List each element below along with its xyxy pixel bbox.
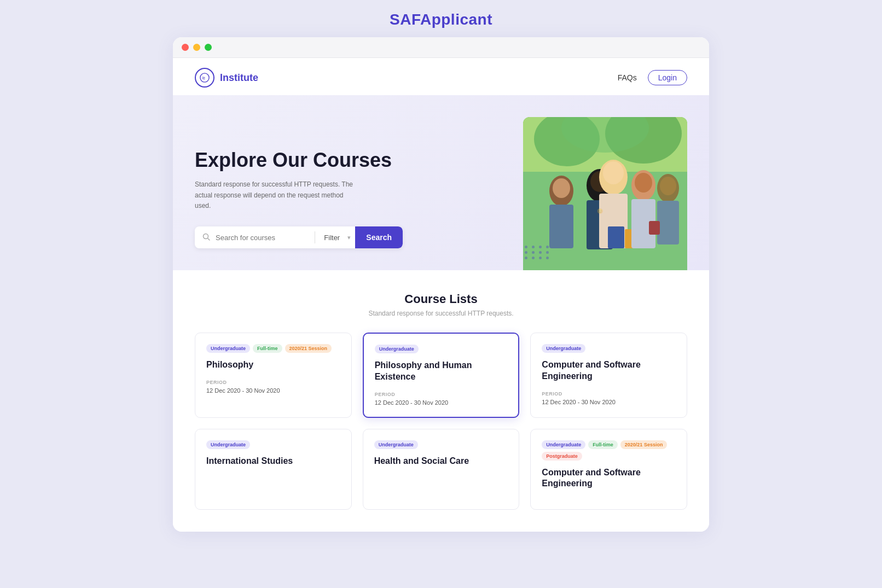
course-card[interactable]: UndergraduateFull-time2020/21 SessionPos… (530, 429, 687, 510)
login-button[interactable]: Login (648, 70, 687, 85)
course-tag: Postgraduate (542, 452, 582, 461)
brand-icon: ≈ (195, 68, 214, 88)
hero-content: Explore Our Courses Standard response fo… (195, 148, 501, 270)
course-tag: Undergraduate (374, 440, 418, 449)
browser-chrome (173, 37, 709, 58)
hero-section: Explore Our Courses Standard response fo… (173, 95, 709, 270)
window-close-dot (182, 44, 189, 51)
svg-text:😊: 😊 (597, 208, 604, 214)
svg-text:≈: ≈ (202, 75, 206, 81)
period-label: PERIOD (542, 391, 676, 397)
svg-point-21 (635, 173, 652, 193)
course-tag: Undergraduate (206, 440, 250, 449)
course-card[interactable]: Undergraduate Philosophy and Human Exist… (363, 333, 520, 418)
hero-title: Explore Our Courses (195, 148, 501, 172)
svg-point-2 (204, 234, 208, 238)
search-filter-divider (315, 231, 315, 243)
period-label: PERIOD (375, 392, 508, 397)
course-tag: Undergraduate (375, 345, 419, 353)
svg-point-10 (553, 178, 570, 198)
period-label: PERIOD (206, 380, 340, 385)
card-tags: Undergraduate (542, 344, 676, 353)
svg-rect-23 (657, 201, 679, 244)
course-tag: Undergraduate (542, 440, 585, 449)
search-input[interactable] (216, 227, 314, 248)
search-icon (195, 233, 216, 242)
card-tags: UndergraduateFull-time2020/21 Session (206, 344, 340, 353)
course-card[interactable]: Undergraduate Computer and Software Engi… (530, 333, 687, 418)
svg-rect-25 (649, 221, 660, 235)
course-card[interactable]: UndergraduateFull-time2020/21 Session Ph… (195, 333, 352, 418)
course-tag: Undergraduate (206, 344, 250, 353)
card-tags: Undergraduate (206, 440, 340, 449)
course-tag: Full-time (588, 440, 618, 449)
course-tag: Full-time (253, 344, 282, 353)
card-tags: Undergraduate (375, 345, 508, 353)
card-tags: Undergraduate (374, 440, 508, 449)
dots-pattern (523, 246, 550, 259)
search-bar: Filter ▾ Search (195, 226, 403, 248)
section-title: Course Lists (195, 292, 687, 306)
course-tag: 2020/21 Session (285, 344, 332, 353)
search-button[interactable]: Search (355, 226, 403, 248)
card-title: International Studies (206, 456, 340, 467)
navbar: ≈ Institute FAQs Login (173, 58, 709, 95)
window-minimize-dot (193, 44, 200, 51)
period-value: 12 Dec 2020 - 30 Nov 2020 (375, 399, 508, 406)
section-subtitle: Standard response for successful HTTP re… (195, 310, 687, 317)
course-tag: Undergraduate (542, 344, 585, 353)
course-grid: UndergraduateFull-time2020/21 Session Ph… (195, 333, 687, 510)
window-maximize-dot (205, 44, 212, 51)
course-card[interactable]: Undergraduate Health and Social Care (363, 429, 520, 510)
svg-point-24 (660, 177, 676, 195)
card-title: Philosophy and Human Existence (375, 360, 508, 383)
svg-rect-17 (608, 226, 624, 248)
browser-window: ≈ Institute FAQs Login Explore Our Cours… (173, 37, 709, 532)
filter-chevron-icon: ▾ (347, 234, 351, 241)
navbar-links: FAQs Login (618, 70, 687, 85)
app-title: SAFApplicant (390, 0, 492, 37)
card-title: Computer and Software Engineering (542, 359, 676, 382)
svg-rect-9 (549, 205, 573, 248)
hero-subtitle: Standard response for successful HTTP re… (195, 179, 359, 211)
svg-point-16 (603, 161, 624, 184)
card-tags: UndergraduateFull-time2020/21 SessionPos… (542, 440, 676, 461)
card-title: Computer and Software Engineering (542, 467, 676, 490)
card-title: Philosophy (206, 359, 340, 371)
brand-label: Institute (220, 72, 258, 84)
period-value: 12 Dec 2020 - 30 Nov 2020 (542, 399, 676, 405)
filter-wrap: Filter ▾ (316, 227, 355, 248)
filter-select[interactable]: Filter (316, 227, 347, 248)
faqs-link[interactable]: FAQs (618, 73, 637, 82)
brand: ≈ Institute (195, 68, 258, 88)
course-card[interactable]: Undergraduate International Studies (195, 429, 352, 510)
card-title: Health and Social Care (374, 456, 508, 467)
course-tag: 2020/21 Session (620, 440, 668, 449)
hero-image: 😊 (523, 117, 687, 270)
period-value: 12 Dec 2020 - 30 Nov 2020 (206, 387, 340, 394)
main-content: Course Lists Standard response for succe… (173, 270, 709, 532)
